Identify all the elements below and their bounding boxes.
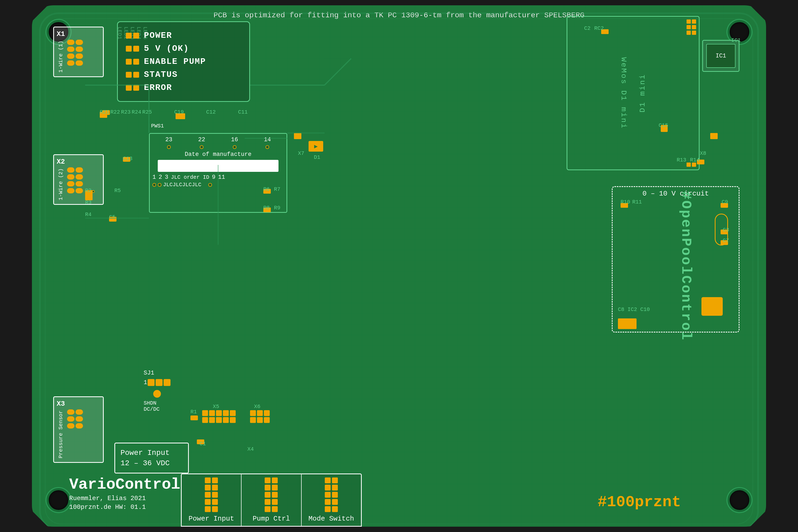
sj1-pin1: 1	[144, 379, 147, 386]
pin	[76, 174, 83, 179]
r13-label: R13	[677, 157, 686, 163]
wemos-pin-group	[687, 163, 696, 167]
x4-label: X4	[247, 446, 254, 452]
pin	[76, 416, 83, 422]
corner-hole-bl	[46, 488, 71, 512]
pin	[67, 167, 75, 173]
pin	[67, 416, 75, 422]
led-pad	[126, 33, 132, 39]
led-status-label: STATUS	[144, 70, 178, 79]
pin-pair	[67, 46, 83, 52]
sj1-pads	[148, 379, 171, 386]
wemos-pin	[687, 163, 691, 167]
ic-pin-22: 22	[198, 136, 205, 143]
x4-pin	[332, 492, 338, 498]
x7-pad	[294, 134, 301, 139]
power-input-box: Power Input 12 – 36 VDC	[114, 443, 189, 474]
x2-label: X2	[57, 158, 100, 166]
led-pad	[133, 72, 139, 78]
ic1-comp-label: IC1	[731, 37, 741, 43]
x6-pin	[250, 417, 256, 423]
pin	[76, 410, 83, 415]
wemos-pin	[692, 163, 696, 167]
shdn-label: SHDN DC/DC	[144, 400, 171, 412]
ic-dot-pad	[265, 145, 269, 149]
ic2-label: IC2	[627, 306, 637, 312]
pin-pair	[67, 174, 83, 179]
x4-pin	[332, 506, 338, 512]
x4-pin	[272, 484, 278, 491]
x3-wire-label: Pressure Sensor	[57, 410, 65, 459]
x1-body: 1-Wire (1)	[57, 40, 100, 74]
pin-pair	[67, 188, 83, 193]
x8-label: X8	[700, 150, 706, 156]
x4-pin	[205, 492, 211, 498]
pin	[76, 167, 83, 173]
diode-body: ▶	[308, 141, 323, 152]
open-pool-label: #OpenPoolControl	[678, 191, 694, 341]
x3-label: X3	[57, 400, 100, 408]
led-pad	[126, 46, 132, 52]
c1-label: C1	[200, 441, 206, 447]
r4-label: R4	[85, 211, 92, 217]
pcb-board: PCB is optimized for fitting into a TK P…	[32, 5, 766, 527]
led-pump-item: ENABLE PUMP	[126, 57, 241, 66]
c13-label: C13	[123, 156, 132, 162]
x4-pin	[265, 484, 270, 491]
cap-c10	[618, 321, 627, 327]
x4-power-label: Power Input	[189, 515, 234, 523]
x5-pin	[202, 410, 208, 416]
wemos-pin	[692, 31, 696, 35]
c15-label: C15	[659, 122, 668, 129]
led-pump-pads	[126, 59, 139, 65]
r23-label: R23	[121, 109, 131, 115]
x1-pins	[67, 40, 83, 74]
sj1-pad	[164, 379, 171, 386]
r24-label: R24	[132, 109, 141, 115]
ic-pin-1: 1	[152, 174, 156, 180]
pin-pair	[67, 423, 83, 429]
r14-label: R14	[690, 157, 700, 163]
x4-pin	[332, 477, 338, 483]
x4-pin	[272, 506, 278, 512]
r9-label: R9	[274, 205, 280, 211]
svg-line-3	[324, 58, 351, 85]
x4-pin	[332, 499, 338, 505]
led-5v-pads	[126, 46, 139, 52]
x4-pin	[325, 477, 331, 483]
ic-dot-pad	[233, 145, 236, 149]
sj1-pad	[156, 379, 163, 386]
diode-arrow-icon: ▶	[314, 143, 318, 150]
pin	[67, 181, 75, 187]
ic-pin-11: 11	[218, 174, 225, 180]
led-error-pads	[126, 85, 139, 91]
led-pad	[126, 72, 132, 78]
x4-pin	[265, 492, 270, 498]
pws1-label: PWS1	[151, 123, 164, 129]
c19-label: C19	[174, 109, 184, 115]
x4-pin	[265, 477, 270, 483]
top-info-text: PCB is optimized for fitting into a TK P…	[214, 11, 585, 19]
x7-label: X7	[298, 150, 304, 156]
pin-pair	[67, 410, 83, 415]
volt-circuit: 0 – 10 V circuit R10 R11 C9 C3 C7 C8 IC2	[612, 186, 740, 332]
wemos-pin	[692, 25, 696, 29]
connector-x3: X3 Pressure Sensor	[53, 396, 104, 463]
rc2-label: RC2	[594, 25, 604, 32]
x4-power-section: Power Input	[182, 474, 242, 526]
r2-label: R2	[85, 188, 92, 194]
diode-d1: ▶	[308, 141, 323, 152]
x1-wire-label: 1-Wire (1)	[57, 40, 65, 74]
x2-wire-label: 1-Wire (2)	[57, 167, 65, 201]
led-status-item: STATUS	[126, 70, 241, 79]
x4-pin	[332, 484, 338, 491]
connector-x6	[250, 410, 270, 423]
pin	[67, 60, 75, 66]
wemos-section: WeMos D1 mini D1 mini	[567, 16, 700, 170]
x3-pins	[67, 410, 83, 459]
jlc-label: JLC order ID	[171, 174, 209, 180]
ic1-label: IC1	[716, 53, 726, 59]
x4-pin	[212, 477, 218, 483]
brand-author: Ruemmler, Elias 2021	[69, 495, 180, 502]
pin	[67, 410, 75, 415]
